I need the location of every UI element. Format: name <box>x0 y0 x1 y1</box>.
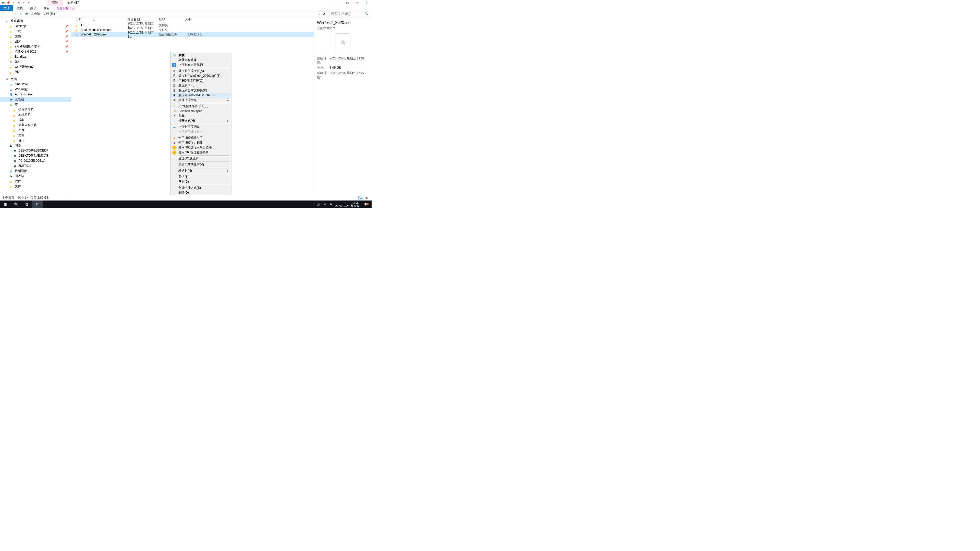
help-button[interactable]: ? <box>362 0 372 5</box>
menu-open-360zip[interactable]: 🗄用360压缩打开(Q) <box>171 78 231 83</box>
menu-360-trojan[interactable]: ✓使用 360进行木马云查杀 <box>171 145 231 150</box>
menu-youdao[interactable]: ⇧上传到有道云笔记 <box>171 62 231 67</box>
nav-history-dropdown[interactable]: ▾ <box>13 13 18 15</box>
menu-extract-here[interactable]: 🗄解压到当前文件夹(X) <box>171 88 231 93</box>
menu-share[interactable]: ↗共享 <box>171 114 231 118</box>
tree-gdrive[interactable]: G:\ <box>0 59 71 64</box>
ribbon-tab-share[interactable]: 共享 <box>27 5 40 11</box>
tray-notifications[interactable]: 💬3 <box>363 203 369 206</box>
tree-software[interactable]: 软件 <box>0 179 71 184</box>
tree-net-pc1[interactable]: DESKTOP-LSSOEDP <box>0 148 71 153</box>
menu-360-manage[interactable]: ✓使用 360管理右键菜单 <box>171 150 231 155</box>
breadcrumb[interactable]: 💻 › 此电脑 › 文档 (E:) › <box>24 12 318 16</box>
tree-downloads[interactable]: 下载📌 <box>0 29 71 34</box>
nav-up-button[interactable]: ↑ <box>18 12 23 16</box>
taskview-button[interactable]: ⧉ <box>21 200 32 208</box>
search-input[interactable]: 搜索"文档 (E:)" 🔍 <box>329 11 370 17</box>
minimize-button[interactable]: — <box>333 0 342 5</box>
menu-add-archive[interactable]: 🗄添加到压缩文件(A)... <box>171 68 231 73</box>
menu-restore-version[interactable]: 还原以前的版本(V) <box>171 162 231 167</box>
tree-excel[interactable]: excel表格制作求和📌 <box>0 44 71 49</box>
menu-extract-to[interactable]: 🗄解压到(F)... <box>171 83 231 88</box>
tray-volume-icon[interactable]: 🔊 <box>317 203 321 206</box>
tree-quick-access[interactable]: 快速访问 <box>0 18 71 24</box>
tree-desktop[interactable]: Desktop📌 <box>0 24 71 29</box>
context-tab-manage[interactable]: 管理 <box>48 0 63 6</box>
nav-forward-button[interactable]: → <box>7 12 12 16</box>
menu-send-to[interactable]: 发送到(N)▶ <box>171 168 231 173</box>
tree-thispc[interactable]: 此电脑 <box>0 97 71 102</box>
tray-network-icon[interactable]: 🖧 <box>329 203 332 206</box>
qat-dropdown-icon[interactable]: ▾ <box>27 0 31 5</box>
maximize-button[interactable]: ▢ <box>342 0 352 5</box>
tree-files[interactable]: 文件 <box>0 184 71 189</box>
menu-cut[interactable]: 剪切(T) <box>171 175 231 179</box>
menu-mount[interactable]: 💿装载 <box>171 53 231 58</box>
tree-pictures[interactable]: 图片📌 <box>0 39 71 44</box>
tree-net-pc2[interactable]: DESKTOP-NJEU3CG <box>0 153 71 158</box>
qat-pin-icon[interactable]: 📌 <box>6 0 11 5</box>
ribbon-tab-home[interactable]: 主页 <box>13 5 27 11</box>
tree-tianyi[interactable]: 天翼云盘下载 <box>0 122 71 127</box>
file-row[interactable]: BaiduNetdiskDownload2020/12/25, 星期五 1...… <box>71 27 314 32</box>
breadcrumb-dropdown-icon[interactable]: ⌄ <box>319 13 321 15</box>
refresh-button[interactable]: ⟳ <box>321 12 327 16</box>
menu-baidu-upload[interactable]: ☁上传到百度网盘 <box>171 124 231 129</box>
tree-library[interactable]: 库 <box>0 102 71 107</box>
column-type[interactable]: 类型 <box>159 17 185 22</box>
breadcrumb-thispc[interactable]: 此电脑 <box>31 12 40 16</box>
view-details-button[interactable]: ☰ <box>358 196 363 200</box>
tree-documents[interactable]: 文档📌 <box>0 34 71 39</box>
tree-win7reinstall[interactable]: win7重装win7 <box>0 64 71 69</box>
menu-bee-browser[interactable]: ✿用 蜂蜜浏览器 浏览(3) <box>171 104 231 109</box>
tree-controlpanel[interactable]: 控制面板 <box>0 168 71 173</box>
breadcrumb-drive[interactable]: 文档 (E:) <box>43 12 55 16</box>
nav-back-button[interactable]: ← <box>2 12 6 16</box>
menu-delete[interactable]: 删除(D) <box>171 190 231 195</box>
menu-360-forcedelete[interactable]: ◆使用 360强力删除 <box>171 140 231 145</box>
tree-net-pc4[interactable]: ZMT2019 <box>0 163 71 168</box>
menu-extract-named[interactable]: 🗄解压到 Win7x64_2020\ (E) <box>171 93 231 98</box>
tray-ime-indicator[interactable]: 中 <box>324 203 326 206</box>
menu-360-unblock[interactable]: ◆使用 360解除占用 <box>171 135 231 140</box>
explorer-task-button[interactable]: 🗂 <box>32 200 43 208</box>
tree-onedrive[interactable]: OneDrive <box>0 82 71 87</box>
menu-burn[interactable]: 刻录光盘映像 <box>171 58 231 62</box>
tree-wps[interactable]: WPS网盘 <box>0 87 71 92</box>
tree-network[interactable]: 网络 <box>0 143 71 148</box>
qat-undo-icon[interactable]: ↶ <box>21 0 26 5</box>
start-button[interactable]: ⊞ <box>0 200 11 208</box>
tree-pics3[interactable]: 图片 <box>0 127 71 133</box>
search-task-button[interactable]: 🔍 <box>11 200 21 208</box>
column-size[interactable]: 大小 <box>185 17 205 22</box>
file-row[interactable]: 12020/12/15, 星期二 1...文件夹 <box>71 23 314 27</box>
menu-open-with[interactable]: 打开方式(H)▶ <box>171 118 231 123</box>
qat-delete-icon[interactable]: ✕ <box>16 0 21 5</box>
tree-localpics[interactable]: 本机照片 <box>0 112 71 118</box>
tree-videos[interactable]: 视频 <box>0 118 71 122</box>
tree-music[interactable]: 音乐 <box>0 138 71 143</box>
ribbon-tab-file[interactable]: 文件 <box>0 5 13 11</box>
menu-copy[interactable]: 复制(C) <box>171 179 231 184</box>
menu-shortcut[interactable]: 创建快捷方式(S) <box>171 186 231 190</box>
tree-docs2[interactable]: 文档 <box>0 133 71 138</box>
tree-savedpics[interactable]: 保存的图片 <box>0 107 71 112</box>
tray-chevron-icon[interactable]: ˄ <box>312 203 314 206</box>
column-name[interactable]: 名称 ▲ <box>71 17 127 22</box>
navigation-tree[interactable]: 快速访问 Desktop📌 下载📌 文档📌 图片📌 excel表格制作求和📌 Y… <box>0 17 71 195</box>
tree-net-pc3[interactable]: PC-20190530OBLA <box>0 158 71 163</box>
tree-yunqishi[interactable]: YUNQISHI2019📌 <box>0 49 71 54</box>
menu-qq-send[interactable]: 通过QQ发送到 <box>171 156 231 161</box>
tree-pictures2[interactable]: 图片 <box>0 69 71 75</box>
qat-check-icon[interactable]: ✔ <box>11 0 16 5</box>
tree-bandicam[interactable]: Bandicam <box>0 54 71 59</box>
tree-recyclebin[interactable]: 回收站 <box>0 173 71 179</box>
close-button[interactable]: ✕ <box>352 0 362 5</box>
view-icons-button[interactable]: ▦ <box>364 196 369 200</box>
ribbon-tab-disctools[interactable]: 光盘映像工具 <box>53 5 79 11</box>
file-row[interactable]: Win7x64_2020.iso2020/12/25, 星期五 1...光盘映像… <box>71 32 314 37</box>
menu-add-zip[interactable]: 🗄添加到 "Win7x64_2020.zip" (T) <box>171 73 231 78</box>
tree-admin[interactable]: Administrator <box>0 92 71 97</box>
ribbon-tab-view[interactable]: 查看 <box>40 5 53 11</box>
tree-desktop-root[interactable]: 桌面 <box>0 76 71 82</box>
